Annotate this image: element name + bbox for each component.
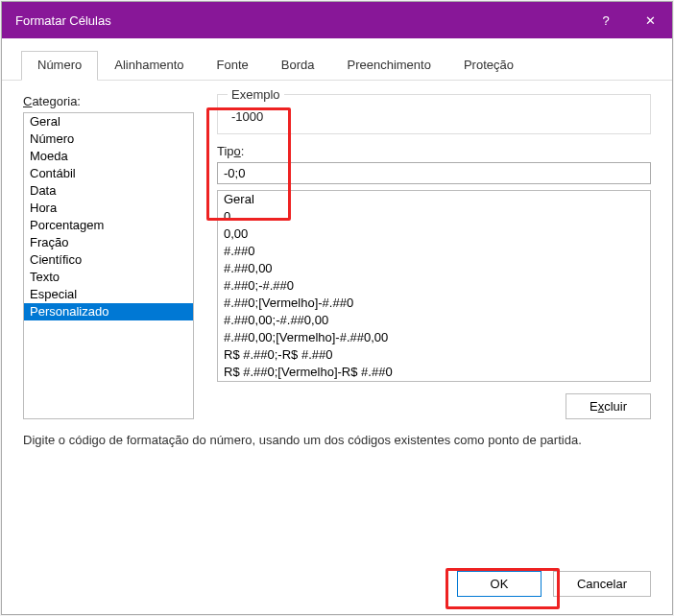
tab-alinhamento[interactable]: Alinhamento [98,51,200,81]
format-cells-dialog: Formatar Células ? ✕ Número Alinhamento … [1,1,673,615]
tipo-label: Tipo: [217,144,651,158]
example-box: Exemplo -1000 [217,94,651,134]
tab-protecao[interactable]: Proteção [447,51,530,81]
category-listbox[interactable]: GeralNúmeroMoedaContábilDataHoraPorcenta… [23,112,194,419]
category-item[interactable]: Hora [24,200,193,217]
format-item[interactable]: R$ #.##0;-R$ #.##0 [218,346,650,364]
format-item[interactable]: #.##0 [218,243,650,260]
format-item[interactable]: #.##0,00 [218,260,650,277]
tab-borda[interactable]: Borda [265,51,331,81]
category-item[interactable]: Personalizado [24,303,193,320]
example-value: -1000 [218,109,650,124]
example-legend: Exemplo [228,87,284,102]
format-item[interactable]: R$ #.##0,00;-R$ #.##0,00 [218,381,650,382]
format-item[interactable]: #.##0;[Vermelho]-#.##0 [218,295,650,312]
tab-fonte[interactable]: Fonte [201,51,265,81]
category-item[interactable]: Moeda [24,148,193,165]
category-item[interactable]: Data [24,182,193,200]
category-item[interactable]: Geral [24,113,193,130]
ok-button[interactable]: OK [457,571,542,597]
help-icon: ? [602,13,609,28]
format-item[interactable]: Geral [218,191,650,208]
help-button[interactable]: ? [584,2,628,38]
category-item[interactable]: Científico [24,251,193,269]
format-item[interactable]: 0 [218,208,650,225]
tab-preenchimento[interactable]: Preenchimento [330,51,446,81]
format-item[interactable]: #.##0,00;-#.##0,00 [218,312,650,329]
hint-text: Digite o código de formatação do número,… [23,433,651,447]
category-label: Categoria: [23,94,194,108]
format-item[interactable]: #.##0;-#.##0 [218,277,650,295]
tab-numero[interactable]: Número [21,51,98,81]
category-item[interactable]: Texto [24,269,193,286]
cancel-button[interactable]: Cancelar [553,571,651,597]
format-listbox[interactable]: Geral00,00#.##0#.##0,00#.##0;-#.##0#.##0… [217,190,651,382]
close-icon: ✕ [645,13,656,28]
tipo-input[interactable] [217,162,651,184]
category-item[interactable]: Especial [24,286,193,303]
window-title: Formatar Células [15,13,111,28]
close-button[interactable]: ✕ [628,2,672,38]
format-item[interactable]: #.##0,00;[Vermelho]-#.##0,00 [218,329,650,346]
category-item[interactable]: Número [24,130,193,148]
format-item[interactable]: 0,00 [218,225,650,243]
category-item[interactable]: Contábil [24,165,193,182]
titlebar: Formatar Células ? ✕ [2,2,672,38]
footer: OK Cancelar [2,557,672,614]
dialog-body: Categoria: GeralNúmeroMoedaContábilDataH… [2,81,672,557]
category-item[interactable]: Porcentagem [24,217,193,234]
category-item[interactable]: Fração [24,234,193,251]
tabs: Número Alinhamento Fonte Borda Preenchim… [2,38,672,81]
delete-button[interactable]: Excluir [566,393,651,419]
format-item[interactable]: R$ #.##0;[Vermelho]-R$ #.##0 [218,364,650,381]
